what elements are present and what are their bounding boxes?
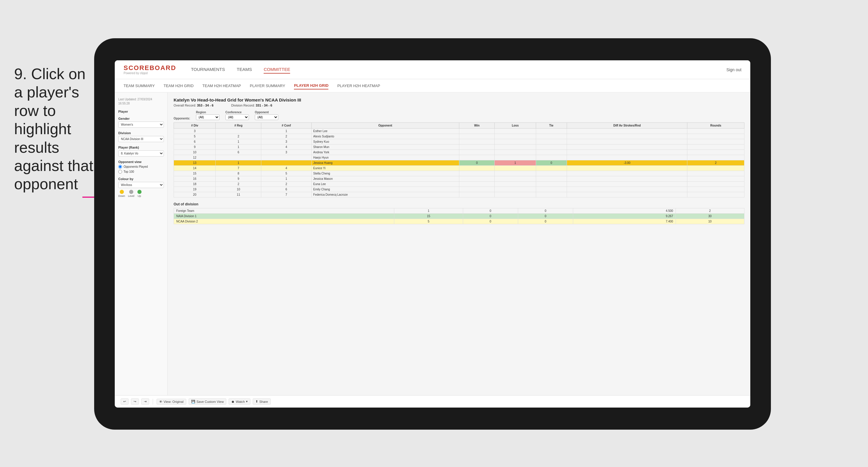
col-reg: # Reg (216, 123, 261, 129)
filter-opponent-select[interactable]: (All) (255, 115, 278, 120)
dot-down: Down (118, 190, 125, 197)
dot-down-circle (120, 190, 124, 194)
table-row[interactable]: 15 8 5 Stella Cheng (174, 171, 744, 176)
filter-opponent: Opponent (All) (255, 111, 278, 120)
sidebar-gender-label: Gender (118, 117, 164, 120)
tablet-frame: SCOREBOARD Powered by clippd TOURNAMENTS… (94, 38, 771, 430)
data-table: # Div # Reg # Conf Opponent Win Loss Tie… (174, 122, 744, 197)
table-row[interactable]: 20 11 7 Federica Domecq Lacroze (174, 192, 744, 197)
sidebar-division-section: Division NCAA Division III (118, 131, 164, 142)
main-content: Last Updated: 27/03/2024 16:55:28 Player… (115, 93, 750, 395)
out-of-division-title: Out of division (174, 202, 744, 206)
toolbar-forward[interactable]: ⇥ (141, 399, 149, 405)
table-row[interactable]: 3 1 Esther Lee (174, 129, 744, 134)
sidebar-gender-section: Gender Women's (118, 117, 164, 128)
division-record: Division Record: 331 - 34 - 6 (231, 103, 272, 107)
sidebar: Last Updated: 27/03/2024 16:55:28 Player… (115, 93, 168, 395)
nav-sign-out[interactable]: Sign out (726, 67, 742, 72)
dot-down-label: Down (118, 194, 125, 197)
nav-bar: SCOREBOARD Powered by clippd TOURNAMENTS… (115, 60, 750, 79)
sidebar-player-label: Player (118, 110, 164, 113)
sub-nav-player-summary[interactable]: PLAYER SUMMARY (250, 83, 285, 89)
table-row[interactable]: 9 1 4 Sharon Mun (174, 145, 744, 150)
nav-teams[interactable]: TEAMS (237, 66, 252, 73)
out-row-foreign[interactable]: Foreign Team 1 0 0 4.500 2 (174, 208, 744, 214)
toolbar-watch[interactable]: ⏺ Watch ▾ (228, 399, 250, 405)
filter-conference-select[interactable]: (All) (225, 115, 249, 120)
filters-row: Opponents: Region (All) Conference (All) (174, 111, 744, 120)
toolbar-divider (153, 399, 153, 405)
filter-conference: Conference (All) (225, 111, 249, 120)
col-conf: # Conf (261, 123, 311, 129)
share-icon: ⬆ (255, 400, 258, 403)
toolbar: ↩ ↪ ⇥ 👁 View: Original 💾 Save Custom Vie… (115, 395, 750, 408)
table-header: # Div # Reg # Conf Opponent Win Loss Tie… (174, 123, 744, 129)
colour-dots: Down Level Up (118, 190, 164, 197)
dot-level-circle (129, 190, 133, 194)
toolbar-view-original[interactable]: 👁 View: Original (157, 399, 186, 405)
table-body: 3 1 Esther Lee 5 2 (174, 129, 744, 197)
watch-icon: ⏺ (231, 400, 235, 403)
col-diff: Diff Av Strokes/Rnd (567, 123, 687, 129)
dot-up: Up (137, 190, 142, 197)
grid-title: Katelyn Vo Head-to-Head Grid for Women's… (174, 97, 744, 102)
dot-level-label: Level (128, 194, 134, 197)
toolbar-redo[interactable]: ↪ (131, 399, 139, 405)
out-row-ncaa-div2[interactable]: NCAA Division 2 5 0 0 7.400 10 (174, 219, 744, 224)
dot-up-label: Up (138, 194, 141, 197)
save-icon: 💾 (191, 400, 195, 403)
col-win: Win (459, 123, 495, 129)
forward-icon: ⇥ (144, 400, 147, 403)
nav-tournaments[interactable]: TOURNAMENTS (191, 66, 225, 73)
grid-area: Katelyn Vo Head-to-Head Grid for Women's… (168, 93, 750, 395)
nav-committee[interactable]: COMMITTEE (264, 66, 290, 73)
step-number: 9. (14, 65, 31, 83)
table-row[interactable]: 5 2 2 Alexis Sudjianto (174, 134, 744, 139)
sidebar-player-section: Player (118, 110, 164, 113)
table-row[interactable]: 12 Haejo Hyun (174, 155, 744, 160)
grid-records: Overall Record: 353 - 34 - 6 Division Re… (174, 103, 744, 107)
sidebar-division-label: Division (118, 131, 164, 135)
redo-icon: ↪ (133, 400, 136, 403)
out-of-division: Out of division Foreign Team 1 0 0 4.500… (174, 202, 744, 224)
sidebar-colour-select[interactable]: Win/loss (118, 182, 164, 188)
sidebar-colour-label: Colour by (118, 177, 164, 181)
sidebar-radio-group: Opponents Played Top 100 (118, 165, 164, 174)
tablet-screen: SCOREBOARD Powered by clippd TOURNAMENTS… (115, 60, 750, 408)
out-row-naia[interactable]: NAIA Division 1 15 0 0 9.267 30 (174, 214, 744, 219)
sub-nav-player-h2h-grid[interactable]: PLAYER H2H GRID (294, 82, 329, 89)
table-row[interactable]: 14 7 4 Eunice Yi (174, 166, 744, 171)
toolbar-undo[interactable]: ↩ (121, 399, 129, 405)
sub-nav-team-h2h-grid[interactable]: TEAM H2H GRID (164, 83, 194, 89)
toolbar-share[interactable]: ⬆ Share (253, 399, 270, 405)
sidebar-player-rank-select[interactable]: 8. Katelyn Vo (118, 150, 164, 157)
sub-nav: TEAM SUMMARY TEAM H2H GRID TEAM H2H HEAT… (115, 79, 750, 93)
instruction-body: Click on a player's row to highlight res… (14, 65, 93, 192)
col-div: # Div (174, 123, 216, 129)
view-icon: 👁 (159, 400, 162, 403)
sidebar-division-select[interactable]: NCAA Division III (118, 136, 164, 142)
sub-nav-player-h2h-heatmap[interactable]: PLAYER H2H HEATMAP (337, 83, 380, 89)
table-row[interactable]: 19 10 6 Emily Chang (174, 187, 744, 192)
col-loss: Loss (495, 123, 536, 129)
filter-region-select[interactable]: (All) (196, 115, 219, 120)
overall-record: Overall Record: 353 - 34 - 6 (174, 103, 214, 107)
table-row[interactable]: 18 2 2 Euna Lee (174, 182, 744, 187)
sub-nav-team-summary[interactable]: TEAM SUMMARY (124, 83, 155, 89)
sidebar-radio-top100[interactable]: Top 100 (118, 170, 164, 174)
watch-chevron-icon: ▾ (246, 400, 248, 403)
table-row[interactable]: 16 9 1 Jessica Mason (174, 176, 744, 182)
undo-icon: ↩ (123, 400, 126, 403)
logo-sub: Powered by clippd (124, 72, 176, 75)
table-row-highlighted[interactable]: 13 1 Jessica Huang 0 1 0 -3.00 2 (174, 160, 744, 166)
logo: SCOREBOARD Powered by clippd (124, 65, 176, 75)
sidebar-gender-select[interactable]: Women's (118, 122, 164, 128)
sub-nav-team-h2h-heatmap[interactable]: TEAM H2H HEATMAP (203, 83, 241, 89)
sidebar-colour-section: Colour by Win/loss Down Level (118, 177, 164, 197)
sidebar-radio-opponents-played[interactable]: Opponents Played (118, 165, 164, 168)
table-row[interactable]: 10 6 3 Andrea York (174, 150, 744, 155)
table-row[interactable]: 6 1 3 Sydney Kuo (174, 139, 744, 145)
filter-opponents: Opponents: (174, 117, 190, 120)
col-opponent: Opponent (311, 123, 459, 129)
toolbar-save-custom-view[interactable]: 💾 Save Custom View (189, 399, 226, 405)
